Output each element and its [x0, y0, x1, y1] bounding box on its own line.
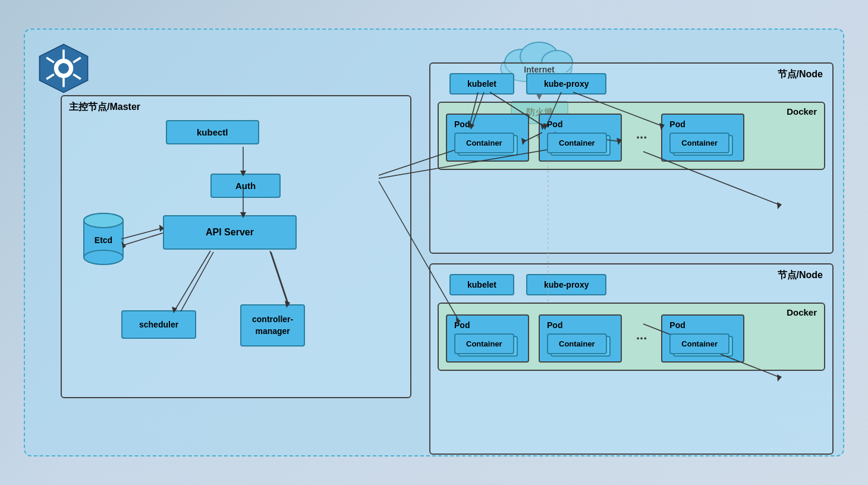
- node1-pod1: Pod Container: [446, 114, 529, 162]
- main-diagram: Internet 防火墙 主控节点/Master kubectl Auth AP…: [24, 29, 844, 456]
- node1-top-row: kubelet kube-proxy: [438, 73, 825, 95]
- node2-kubeproxy: kube-proxy: [526, 274, 606, 295]
- node2-top-row: kubelet kube-proxy: [438, 274, 825, 295]
- master-label: 主控节点/Master: [69, 101, 140, 114]
- svg-line-29: [124, 233, 163, 245]
- node1-docker-label: Docker: [787, 106, 817, 116]
- auth-box: Auth: [210, 174, 281, 198]
- node2-dots: ···: [631, 331, 652, 347]
- node2-label: 节点/Node: [778, 269, 823, 282]
- master-section: 主控节点/Master kubectl Auth API Server Etcd…: [61, 95, 411, 398]
- node2-pod1: Pod Container: [446, 314, 529, 363]
- svg-line-37: [181, 252, 213, 311]
- etcd-box: Etcd: [83, 212, 124, 266]
- node1-kubeproxy: kube-proxy: [526, 73, 606, 95]
- node1-pod3: Pod Container: [661, 114, 744, 162]
- node1-section: 节点/Node kubelet kube-proxy Docker Pod Co…: [429, 62, 834, 254]
- node1-pod3-container: Container: [669, 133, 729, 153]
- kubectl-box: kubectl: [166, 120, 259, 144]
- svg-text:Etcd: Etcd: [95, 235, 112, 245]
- node1-pod2: Pod Container: [539, 114, 622, 162]
- node1-pod2-container: Container: [547, 133, 607, 153]
- svg-line-31: [121, 228, 162, 239]
- node2-section: 节点/Node kubelet kube-proxy Docker Pod Co…: [429, 263, 834, 455]
- svg-line-38: [271, 252, 289, 306]
- svg-point-23: [84, 213, 123, 228]
- api-server-box: API Server: [163, 215, 297, 250]
- nodes-area: 节点/Node kubelet kube-proxy Docker Pod Co…: [429, 62, 834, 455]
- node2-pod2-container: Container: [547, 333, 607, 354]
- scheduler-box: scheduler: [121, 310, 196, 339]
- node1-pod1-container: Container: [454, 133, 514, 153]
- svg-line-33: [175, 251, 210, 310]
- node2-pod3: Pod Container: [661, 314, 744, 363]
- node2-pod2: Pod Container: [539, 314, 622, 363]
- node2-pod1-container: Container: [454, 333, 514, 354]
- svg-point-22: [84, 250, 123, 264]
- node1-dots: ···: [631, 130, 652, 146]
- node1-label: 节点/Node: [778, 68, 823, 81]
- controller-manager-box: controller-manager: [240, 304, 305, 347]
- node2-pods-row: Pod Container Pod Container ···: [446, 314, 817, 363]
- node1-kubelet: kubelet: [449, 73, 514, 95]
- node1-docker: Docker Pod Container Pod Container: [438, 102, 825, 170]
- node1-pods-row: Pod Container Pod Container ···: [446, 114, 817, 162]
- kubernetes-logo: [37, 42, 90, 95]
- node2-docker: Docker Pod Container Pod Container: [438, 303, 825, 371]
- svg-point-8: [58, 63, 69, 74]
- svg-line-35: [270, 251, 288, 304]
- node2-kubelet: kubelet: [449, 274, 514, 295]
- node2-docker-label: Docker: [787, 307, 817, 317]
- node2-pod3-container: Container: [669, 333, 729, 354]
